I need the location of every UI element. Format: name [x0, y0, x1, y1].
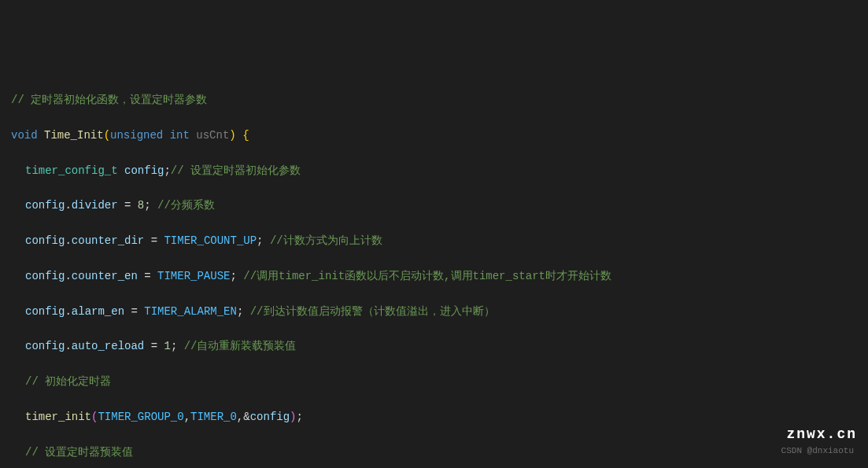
code-line: void Time_Init(unsigned int usCnt) {	[11, 127, 868, 144]
watermark-credit: CSDN @dnxiaotu	[781, 444, 854, 459]
code-line: // 设置定时器预装值	[11, 444, 868, 461]
watermark-logo: znwx.cn	[786, 423, 857, 446]
code-line: // 初始化定时器	[11, 373, 868, 390]
comment: // 定时器初始化函数，设置定时器参数	[11, 94, 207, 106]
code-line: timer_config_t config;// 设置定时器初始化参数	[11, 162, 868, 179]
code-line: config.auto_reload = 1; //自动重新装载预装值	[11, 337, 868, 355]
code-line: // 定时器初始化函数，设置定时器参数	[11, 91, 868, 109]
code-line: config.counter_en = TIMER_PAUSE; //调用tim…	[11, 267, 868, 285]
code-line: config.divider = 8; //分频系数	[11, 197, 868, 214]
code-line: timer_init(TIMER_GROUP_0,TIMER_0,&config…	[11, 408, 868, 426]
code-line: config.counter_dir = TIMER_COUNT_UP; //计…	[11, 232, 868, 249]
code-line: config.alarm_en = TIMER_ALARM_EN; //到达计数…	[11, 303, 868, 320]
code-editor[interactable]: // 定时器初始化函数，设置定时器参数 void Time_Init(unsig…	[0, 71, 868, 468]
